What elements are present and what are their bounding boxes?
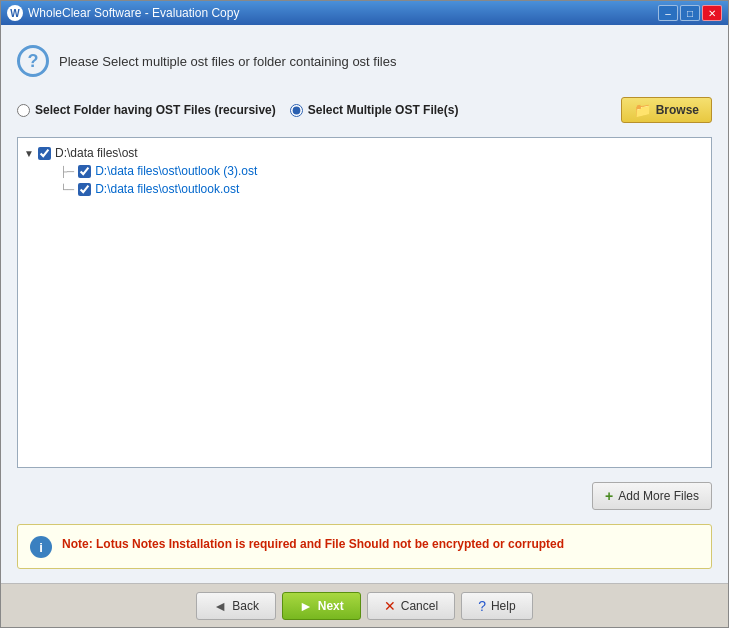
window-controls: – □ ✕ [658, 5, 722, 21]
question-icon: ? [17, 45, 49, 77]
files-option-label[interactable]: Select Multiple OST File(s) [290, 103, 459, 117]
files-option-text: Select Multiple OST File(s) [308, 103, 459, 117]
child-checkbox-1[interactable] [78, 165, 91, 178]
tree-child-item-1: ├─ D:\data files\ost\outlook (3).ost [52, 162, 705, 180]
next-icon: ► [299, 598, 313, 614]
options-row: Select Folder having OST Files (recursiv… [17, 93, 712, 127]
file-tree-container: ▼ D:\data files\ost ├─ D:\data files\ost… [17, 137, 712, 468]
root-checkbox[interactable] [38, 147, 51, 160]
add-files-label: Add More Files [618, 489, 699, 503]
main-window: W WholeClear Software - Evaluation Copy … [0, 0, 729, 628]
browse-button[interactable]: 📁 Browse [621, 97, 712, 123]
add-icon: + [605, 488, 613, 504]
note-text: Note: Lotus Notes Installation is requir… [62, 535, 564, 553]
note-section: i Note: Lotus Notes Installation is requ… [17, 524, 712, 569]
tree-child-item-2: └─ D:\data files\ost\outlook.ost [52, 180, 705, 198]
header-section: ? Please Select multiple ost files or fo… [17, 39, 712, 83]
header-text: Please Select multiple ost files or fold… [59, 54, 396, 69]
files-radio[interactable] [290, 104, 303, 117]
cancel-button[interactable]: ✕ Cancel [367, 592, 455, 620]
help-label: Help [491, 599, 516, 613]
expand-icon: ▼ [24, 148, 34, 159]
browse-label: Browse [656, 103, 699, 117]
cancel-icon: ✕ [384, 598, 396, 614]
cancel-label: Cancel [401, 599, 438, 613]
title-bar-left: W WholeClear Software - Evaluation Copy [7, 5, 239, 21]
root-label: D:\data files\ost [55, 146, 138, 160]
folder-radio[interactable] [17, 104, 30, 117]
child-label-1: D:\data files\ost\outlook (3).ost [95, 164, 257, 178]
tree-root-item: ▼ D:\data files\ost [24, 144, 705, 162]
tree-line-icon-2: └─ [60, 184, 74, 195]
child-checkbox-2[interactable] [78, 183, 91, 196]
help-button[interactable]: ? Help [461, 592, 532, 620]
back-label: Back [232, 599, 259, 613]
next-label: Next [318, 599, 344, 613]
close-button[interactable]: ✕ [702, 5, 722, 21]
folder-option-text: Select Folder having OST Files (recursiv… [35, 103, 276, 117]
content-area: ? Please Select multiple ost files or fo… [1, 25, 728, 583]
folder-option-label[interactable]: Select Folder having OST Files (recursiv… [17, 103, 276, 117]
minimize-button[interactable]: – [658, 5, 678, 21]
back-icon: ◄ [213, 598, 227, 614]
child-label-2: D:\data files\ost\outlook.ost [95, 182, 239, 196]
tree-line-icon-1: ├─ [60, 166, 74, 177]
info-icon: i [30, 536, 52, 558]
help-icon: ? [478, 598, 486, 614]
app-icon: W [7, 5, 23, 21]
browse-icon: 📁 [634, 102, 651, 118]
window-title: WholeClear Software - Evaluation Copy [28, 6, 239, 20]
bottom-bar: ◄ Back ► Next ✕ Cancel ? Help [1, 583, 728, 627]
next-button[interactable]: ► Next [282, 592, 361, 620]
title-bar: W WholeClear Software - Evaluation Copy … [1, 1, 728, 25]
add-more-files-button[interactable]: + Add More Files [592, 482, 712, 510]
add-files-row: + Add More Files [17, 478, 712, 514]
back-button[interactable]: ◄ Back [196, 592, 276, 620]
maximize-button[interactable]: □ [680, 5, 700, 21]
